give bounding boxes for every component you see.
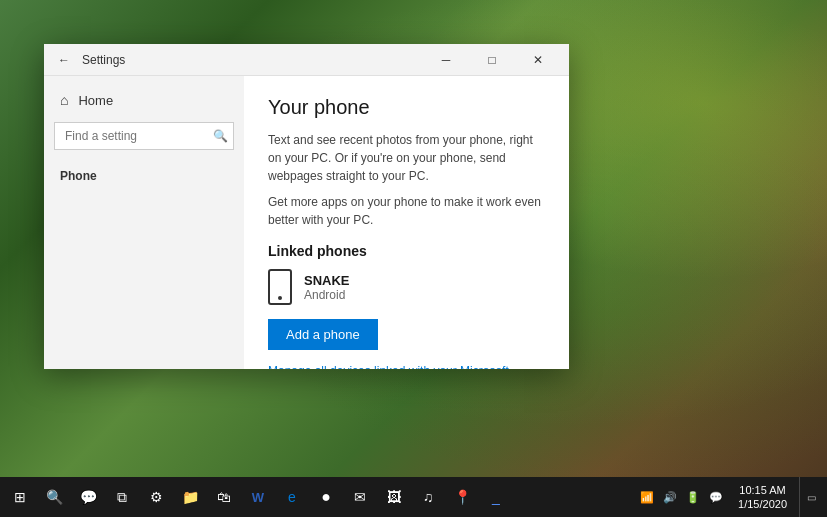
sidebar-home-label: Home [78,93,113,108]
maximize-button[interactable]: □ [469,44,515,76]
window-controls: ─ □ ✕ [423,44,561,76]
description-text-1: Text and see recent photos from your pho… [268,131,545,185]
back-button[interactable]: ← [52,48,76,72]
search-container: 🔍 [54,122,234,150]
description-text-2: Get more apps on your phone to make it w… [268,193,545,229]
settings-taskbar-icon[interactable]: ⚙ [140,477,172,517]
manage-devices-link[interactable]: Manage all devices linked with your Micr… [268,364,545,369]
store-icon[interactable]: 🛍 [208,477,240,517]
sidebar: ⌂ Home 🔍 Phone [44,76,244,369]
settings-body: ⌂ Home 🔍 Phone Your phone Text and see r… [44,76,569,369]
chrome-icon[interactable]: ● [310,477,342,517]
action-center-icon[interactable]: 💬 [706,477,726,517]
system-tray: 📶 🔊 🔋 💬 [637,477,726,517]
battery-icon[interactable]: 🔋 [683,477,703,517]
maps-icon[interactable]: 📍 [446,477,478,517]
sidebar-section-label: Phone [60,169,97,183]
mail-icon[interactable]: ✉ [344,477,376,517]
close-button[interactable]: ✕ [515,44,561,76]
add-phone-button[interactable]: Add a phone [268,319,378,350]
minimize-button[interactable]: ─ [423,44,469,76]
window-title: Settings [82,53,125,67]
photos-icon[interactable]: 🖼 [378,477,410,517]
word-icon[interactable]: W [242,477,274,517]
phone-list-item: SNAKE Android [268,269,545,305]
taskbar: ⊞ 🔍 💬 ⧉ ⚙ 📁 🛍 W e ● ✉ 🖼 ♫ 📍 _ 📶 🔊 🔋 💬 10… [0,477,827,517]
taskbar-left: ⊞ 🔍 💬 ⧉ ⚙ 📁 🛍 W e ● ✉ 🖼 ♫ 📍 _ [0,477,516,517]
home-icon: ⌂ [60,92,68,108]
search-taskbar-button[interactable]: 🔍 [38,477,70,517]
taskbar-clock[interactable]: 10:15 AM 1/15/2020 [730,483,795,512]
sidebar-home-item[interactable]: ⌂ Home [44,84,244,116]
linked-phones-heading: Linked phones [268,243,545,259]
title-bar: ← Settings ─ □ ✕ [44,44,569,76]
phone-name: SNAKE [304,273,350,288]
clock-date: 1/15/2020 [738,497,787,511]
show-desktop-button[interactable]: ▭ [799,477,819,517]
volume-icon[interactable]: 🔊 [660,477,680,517]
sidebar-section-phone: Phone [44,156,244,188]
file-explorer-icon[interactable]: 📁 [174,477,206,517]
search-icon: 🔍 [213,129,228,143]
clock-time: 10:15 AM [739,483,785,497]
main-content: Your phone Text and see recent photos fr… [244,76,569,369]
task-view-button[interactable]: ⧉ [106,477,138,517]
start-button[interactable]: ⊞ [4,477,36,517]
groove-music-icon[interactable]: ♫ [412,477,444,517]
phone-icon [268,269,292,305]
powershell-icon[interactable]: _ [480,477,512,517]
phone-type: Android [304,288,350,302]
phone-details: SNAKE Android [304,273,350,302]
settings-window: ← Settings ─ □ ✕ ⌂ Home 🔍 Phone Your [44,44,569,369]
search-input[interactable] [54,122,234,150]
taskbar-right: 📶 🔊 🔋 💬 10:15 AM 1/15/2020 ▭ [629,477,827,517]
network-icon[interactable]: 📶 [637,477,657,517]
cortana-button[interactable]: 💬 [72,477,104,517]
edge-icon[interactable]: e [276,477,308,517]
page-title: Your phone [268,96,545,119]
